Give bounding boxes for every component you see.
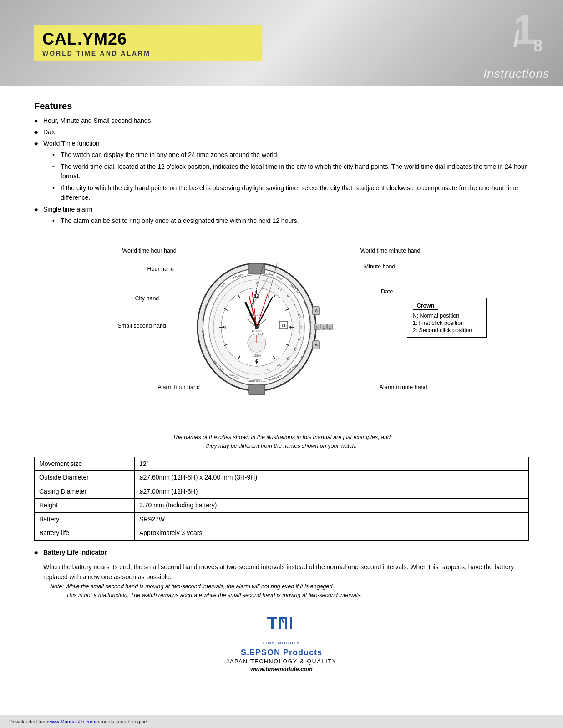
battery-section: Battery Life Indicator When the battery … <box>34 548 529 599</box>
sub-item-1: The watch can display the time in any on… <box>52 150 529 160</box>
bottom-bar: Downloaded from www.Manualslib.com manua… <box>0 715 563 728</box>
spec-label-3: Height <box>35 499 135 513</box>
svg-text:6: 6 <box>255 359 258 364</box>
features-list: Hour, Minute and Small second hands Date… <box>34 116 529 226</box>
alarm-sub-list: The alarm can be set to ring only once a… <box>52 216 529 226</box>
feature-item-1: Hour, Minute and Small second hands <box>34 116 529 126</box>
battery-body: When the battery nears its end, the smal… <box>43 562 529 582</box>
svg-text:31: 31 <box>281 324 285 328</box>
sub-item-3: If the city to which the city hand point… <box>52 183 529 202</box>
tmi-subtext: TIME MODULE <box>34 641 529 645</box>
battery-item: Battery Life Indicator <box>34 548 529 557</box>
rest-text: manuals search engine <box>95 719 147 724</box>
battery-note-1: Note: While the small second hand is mov… <box>50 582 529 591</box>
svg-line-95 <box>282 618 284 623</box>
spec-row-2: Casing Diameter ø27.00mm (12H-6H) <box>35 485 529 499</box>
svg-text:1: 1 <box>257 333 259 336</box>
page-num-slash: / <box>513 25 520 52</box>
feature-item-2: Date <box>34 127 529 137</box>
spec-value-4: SR927W <box>135 512 529 526</box>
label-hour-hand: Hour hand <box>147 266 174 272</box>
diagram-container: World time hour hand Hour hand City hand… <box>77 234 487 425</box>
battery-note-2: This is not a malfunction. The watch rem… <box>66 591 529 600</box>
svg-text:3: 3 <box>288 325 291 330</box>
feature-item-3: World Time function The watch can displa… <box>34 139 529 202</box>
label-world-time-minute: World time minute hand <box>360 248 421 254</box>
diagram-area: World time hour hand Hour hand City hand… <box>34 234 529 425</box>
svg-text:0: 0 <box>256 281 258 284</box>
website-label: www.timemodule.com <box>34 666 529 672</box>
spec-value-2: ø27.00mm (12H-6H) <box>135 485 529 499</box>
label-alarm-minute: Alarm minute hand <box>380 384 427 390</box>
footer-area: TIME MODULE S.EPSON Products JAPAN TECHN… <box>34 613 529 686</box>
svg-text:B: B <box>314 343 318 347</box>
main-content: Features Hour, Minute and Small second h… <box>0 86 563 700</box>
spec-label-4: Battery <box>35 512 135 526</box>
features-title: Features <box>34 101 529 111</box>
spec-value-0: 12" <box>135 457 529 471</box>
svg-rect-85 <box>249 263 265 273</box>
battery-title: Battery Life Indicator <box>43 549 107 556</box>
watch-face-svg: LONDON PARIS/ROME CAIRO AZORES PRAIA MOS… <box>177 243 341 416</box>
title-box: CAL.YM26 WORLD TIME AND ALARM <box>34 25 262 61</box>
japan-label: JAPAN TECHNOLOGY & QUALITY <box>34 658 529 665</box>
world-time-sub-list: The watch can display the time in any on… <box>52 150 529 202</box>
manualslib-link[interactable]: www.Manualslib.com <box>48 719 95 724</box>
svg-text:A: A <box>314 308 318 313</box>
spec-row-1: Outside Diameter ø27.60mm (12H-6H) x 24.… <box>35 471 529 485</box>
crown-box: Crown N: Normal position 1: First click … <box>407 298 487 338</box>
svg-text:N: N <box>252 333 254 336</box>
spec-value-1: ø27.60mm (12H-6H) x 24.00 mm (3H-9H) <box>135 471 529 485</box>
page-num-denom: 8 <box>533 36 543 56</box>
title-main: CAL.YM26 <box>42 30 254 49</box>
crown-line-3: 2: Second click position <box>413 327 481 334</box>
crown-line-1: N: Normal position <box>413 313 481 319</box>
brand-label: S.EPSON Products <box>34 648 529 657</box>
spec-row-3: Height 3.70 mm (Including battery) <box>35 499 529 513</box>
tmi-logo-svg <box>264 613 300 636</box>
spec-row-5: Battery life Approximately 3 years <box>35 526 529 541</box>
label-minute-hand: Minute hand <box>364 263 396 270</box>
sub-item-2: The world time dial, located at the 12 o… <box>52 162 529 181</box>
diagram-note: The names of the cities shown in the ill… <box>145 433 418 450</box>
label-world-time-hour: World time hour hand <box>122 248 177 254</box>
specs-table: Movement size 12" Outside Diameter ø27.6… <box>34 457 529 541</box>
svg-point-84 <box>255 325 259 329</box>
watch-svg-area: LONDON PARIS/ROME CAIRO AZORES PRAIA MOS… <box>177 243 341 417</box>
spec-label-2: Casing Diameter <box>35 485 135 499</box>
crown-line-2: 1: First click position <box>413 320 481 326</box>
alarm-sub-item-1: The alarm can be set to ring only once a… <box>52 216 529 226</box>
header-background: CAL.YM26 WORLD TIME AND ALARM 1 / 8 Inst… <box>0 0 563 86</box>
crown-title: Crown <box>413 302 439 310</box>
title-sub: WORLD TIME AND ALARM <box>42 50 254 57</box>
svg-rect-96 <box>290 617 292 629</box>
spec-label-5: Battery life <box>35 526 135 541</box>
svg-text:N: N <box>316 325 319 329</box>
spec-value-3: 3.70 mm (Including battery) <box>135 499 529 513</box>
downloaded-text: Downloaded from <box>9 719 48 724</box>
svg-text:EPSON: EPSON <box>252 329 261 332</box>
spec-label-0: Movement size <box>35 457 135 471</box>
instructions-label: Instructions <box>483 67 549 81</box>
feature-item-4: Single time alarm The alarm can be set t… <box>34 205 529 226</box>
spec-label-1: Outside Diameter <box>35 471 135 485</box>
svg-text:ALARM: ALARM <box>252 354 261 357</box>
svg-rect-91 <box>271 617 274 629</box>
spec-row-0: Movement size 12" <box>35 457 529 471</box>
svg-rect-86 <box>249 385 265 395</box>
svg-text:2: 2 <box>329 325 331 329</box>
label-small-second: Small second hand <box>118 323 166 329</box>
label-date: Date <box>381 288 393 295</box>
tmi-logo <box>264 613 300 637</box>
svg-rect-94 <box>285 617 287 629</box>
svg-text:9: 9 <box>223 325 225 330</box>
svg-text:1: 1 <box>322 325 325 329</box>
svg-text:12: 12 <box>299 325 303 329</box>
label-city-hand: City hand <box>135 295 159 302</box>
svg-text:2: 2 <box>262 333 264 336</box>
spec-value-5: Approximately 3 years <box>135 526 529 541</box>
spec-row-4: Battery SR927W <box>35 512 529 526</box>
battery-list: Battery Life Indicator <box>34 548 529 557</box>
